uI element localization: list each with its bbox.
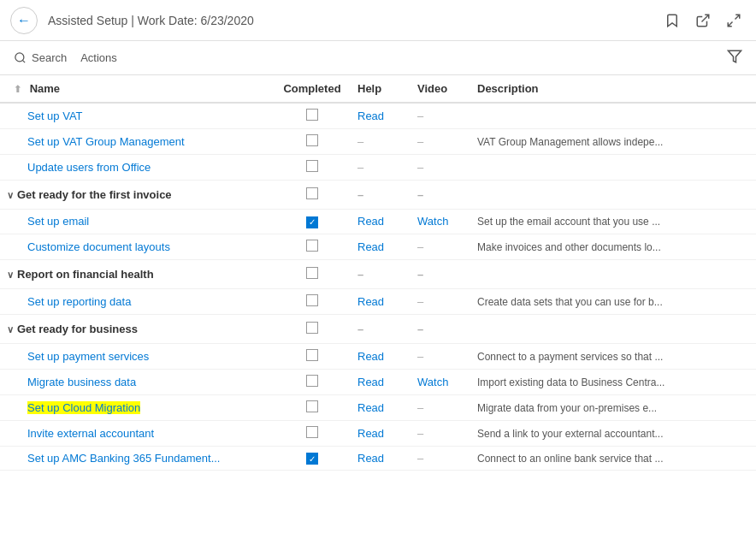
read-link[interactable]: Read — [357, 452, 384, 465]
header-completed: Completed — [274, 75, 351, 103]
read-link[interactable]: Read — [357, 215, 384, 228]
cell-name: Migrate business data — [0, 369, 274, 394]
svg-line-2 — [728, 21, 732, 26]
table-row[interactable]: ∨Get ready for the first invoice–– — [0, 181, 756, 210]
watch-link[interactable]: Watch — [417, 376, 448, 388]
table-row[interactable]: Update users from Office–– — [0, 155, 756, 181]
cell-help[interactable]: Read — [351, 210, 410, 234]
table-row[interactable]: Set up AMC Banking 365 Fundament...✓Read… — [0, 446, 756, 471]
checkbox-unchecked — [306, 187, 318, 199]
table-row[interactable]: Set up reporting dataRead–Create data se… — [0, 288, 756, 314]
description-text: Connect to a payment services so that ..… — [477, 351, 663, 363]
chevron-icon: ∨ — [7, 324, 14, 335]
video-dash: – — [417, 401, 423, 414]
search-label: Search — [32, 51, 67, 64]
read-link[interactable]: Read — [357, 110, 384, 122]
header-description: Description — [470, 75, 756, 103]
description-text: Import existing data to Business Centra.… — [477, 376, 664, 388]
cell-name: Invite external accountant — [0, 420, 274, 446]
item-link[interactable]: Set up VAT — [27, 110, 83, 122]
item-link[interactable]: Update users from Office — [27, 161, 151, 174]
cell-name: Set up Cloud Migration — [0, 394, 274, 420]
cell-video: – — [410, 420, 470, 446]
svg-marker-5 — [729, 50, 741, 62]
cell-name: Set up VAT — [0, 103, 274, 129]
cell-completed — [274, 129, 351, 155]
item-link[interactable]: Set up AMC Banking 365 Fundament... — [27, 452, 220, 465]
expand-button[interactable] — [722, 9, 746, 33]
cell-description — [470, 314, 756, 343]
table-row[interactable]: Set up VAT Group Management––VAT Group M… — [0, 129, 756, 155]
highlighted-name: Set up Cloud Migration — [27, 401, 140, 414]
cell-video: – — [410, 234, 470, 259]
item-link[interactable]: Set up VAT Group Management — [27, 135, 185, 148]
actions-button[interactable]: Actions — [80, 51, 117, 64]
video-dash: – — [417, 427, 423, 440]
cell-description: VAT Group Management allows indepe... — [470, 129, 756, 155]
item-link[interactable]: Migrate business data — [27, 376, 136, 388]
item-link[interactable]: Invite external accountant — [27, 427, 154, 440]
share-button[interactable] — [691, 9, 715, 33]
table-row[interactable]: Set up Cloud MigrationRead–Migrate data … — [0, 394, 756, 420]
item-link[interactable]: Customize document layouts — [27, 240, 170, 253]
help-dash: – — [357, 161, 363, 174]
table-row[interactable]: Set up VATRead– — [0, 103, 756, 129]
bookmark-button[interactable] — [660, 9, 684, 33]
item-link[interactable]: Set up email — [27, 215, 89, 228]
cell-help[interactable]: Read — [351, 343, 410, 369]
watch-link[interactable]: Watch — [417, 215, 448, 228]
read-link[interactable]: Read — [357, 350, 384, 363]
cell-video[interactable]: Watch — [410, 210, 470, 234]
table-row[interactable]: ∨Report on financial health–– — [0, 259, 756, 288]
cell-help: – — [351, 155, 410, 181]
table-row[interactable]: Invite external accountantRead–Send a li… — [0, 420, 756, 446]
cell-name: Set up reporting data — [0, 288, 274, 314]
read-link[interactable]: Read — [357, 427, 384, 440]
item-link[interactable]: Set up reporting data — [27, 295, 131, 308]
description-text: Make invoices and other documents lo... — [477, 241, 661, 253]
cell-help[interactable]: Read — [351, 103, 410, 129]
table-row[interactable]: Customize document layoutsRead–Make invo… — [0, 234, 756, 259]
cell-name: Set up email — [0, 210, 274, 234]
checkbox-unchecked — [306, 294, 318, 306]
cell-video[interactable]: Watch — [410, 369, 470, 394]
checkbox-unchecked — [306, 375, 318, 387]
cell-help[interactable]: Read — [351, 288, 410, 314]
group-name: Report on financial health — [17, 268, 154, 281]
checkbox-unchecked — [306, 134, 318, 146]
cell-help[interactable]: Read — [351, 420, 410, 446]
table-row[interactable]: Set up payment servicesRead–Connect to a… — [0, 343, 756, 369]
video-dash: – — [417, 323, 423, 335]
checkbox-checked: ✓ — [306, 216, 318, 228]
cell-completed: ✓ — [274, 446, 351, 471]
cell-completed: ✓ — [274, 210, 351, 234]
cell-help: – — [351, 129, 410, 155]
table-row[interactable]: Set up email✓ReadWatchSet up the email a… — [0, 210, 756, 234]
checkbox-unchecked — [306, 240, 318, 252]
back-button[interactable]: ← — [10, 7, 38, 34]
item-link[interactable]: Set up Cloud Migration — [27, 401, 140, 414]
header-video: Video — [410, 75, 470, 103]
cell-video: – — [410, 288, 470, 314]
read-link[interactable]: Read — [357, 295, 384, 308]
cell-help[interactable]: Read — [351, 394, 410, 420]
checkbox-unchecked — [306, 267, 318, 279]
page-title: Assisted Setup | Work Date: 6/23/2020 — [48, 14, 660, 27]
table-row[interactable]: Migrate business dataReadWatchImport exi… — [0, 369, 756, 394]
cell-help[interactable]: Read — [351, 369, 410, 394]
video-dash: – — [417, 350, 423, 363]
help-dash: – — [357, 268, 363, 281]
filter-button[interactable] — [727, 49, 742, 68]
search-button[interactable]: Search — [14, 51, 67, 64]
read-link[interactable]: Read — [357, 240, 384, 253]
read-link[interactable]: Read — [357, 376, 384, 388]
cell-completed — [274, 314, 351, 343]
cell-help[interactable]: Read — [351, 446, 410, 471]
table-row[interactable]: ∨Get ready for business–– — [0, 314, 756, 343]
svg-line-0 — [702, 15, 709, 21]
video-dash: – — [417, 188, 423, 201]
item-link[interactable]: Set up payment services — [27, 350, 149, 363]
cell-description — [470, 155, 756, 181]
cell-help[interactable]: Read — [351, 234, 410, 259]
read-link[interactable]: Read — [357, 401, 384, 414]
